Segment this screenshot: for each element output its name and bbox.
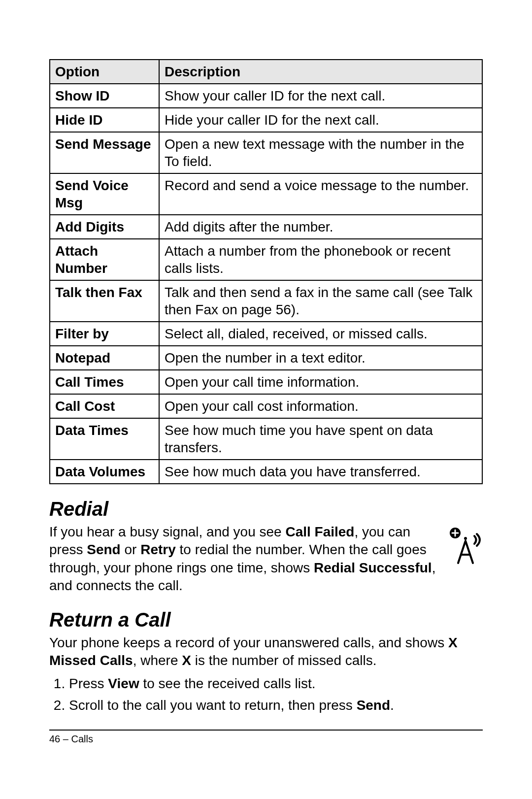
table-row: Filter bySelect all, dialed, received, o… xyxy=(50,322,482,346)
send-label: Send xyxy=(357,698,390,713)
option-cell: Filter by xyxy=(50,322,159,346)
description-cell: Add digits after the number. xyxy=(159,215,482,239)
table-row: Call TimesOpen your call time informatio… xyxy=(50,370,482,394)
description-cell: Talk and then send a fax in the same cal… xyxy=(159,280,482,322)
description-cell: Open the number in a text editor. xyxy=(159,346,482,370)
table-header-row: Option Description xyxy=(50,60,482,84)
network-feature-icon xyxy=(448,526,483,566)
option-cell: Data Times xyxy=(50,418,159,460)
description-cell: Open your call cost information. xyxy=(159,394,482,418)
option-cell: Call Cost xyxy=(50,394,159,418)
text: to see the received calls list. xyxy=(139,676,316,691)
text: Your phone keeps a record of your unansw… xyxy=(49,635,448,650)
header-description: Description xyxy=(159,60,482,84)
table-row: Send Voice MsgRecord and send a voice me… xyxy=(50,173,482,215)
options-table: Option Description Show IDShow your call… xyxy=(49,59,483,484)
option-cell: Hide ID xyxy=(50,108,159,132)
description-cell: Attach a number from the phonebook or re… xyxy=(159,239,482,280)
table-row: Data VolumesSee how much data you have t… xyxy=(50,460,482,484)
option-cell: Show ID xyxy=(50,84,159,108)
table-row: Call CostOpen your call cost information… xyxy=(50,394,482,418)
header-option: Option xyxy=(50,60,159,84)
option-cell: Send Voice Msg xyxy=(50,173,159,215)
text: Scroll to the call you want to return, t… xyxy=(69,698,357,713)
description-cell: See how much data you have transferred. xyxy=(159,460,482,484)
view-label: View xyxy=(108,676,139,691)
step-2: Scroll to the call you want to return, t… xyxy=(69,696,483,715)
return-call-heading: Return a Call xyxy=(49,609,483,631)
table-row: Add DigitsAdd digits after the number. xyxy=(50,215,482,239)
manual-page: Option Description Show IDShow your call… xyxy=(0,0,532,799)
x-label: X xyxy=(182,653,191,668)
page-footer: 46 – Calls xyxy=(49,730,483,745)
description-cell: Record and send a voice message to the n… xyxy=(159,173,482,215)
description-cell: Open your call time information. xyxy=(159,370,482,394)
description-cell: Select all, dialed, received, or missed … xyxy=(159,322,482,346)
table-row: NotepadOpen the number in a text editor. xyxy=(50,346,482,370)
table-row: Hide IDHide your caller ID for the next … xyxy=(50,108,482,132)
return-call-paragraph: Your phone keeps a record of your unansw… xyxy=(49,634,483,670)
footer-text: 46 – Calls xyxy=(49,733,93,744)
step-1: Press View to see the received calls lis… xyxy=(69,674,483,693)
table-row: Send MessageOpen a new text message with… xyxy=(50,132,482,173)
redial-heading: Redial xyxy=(49,498,483,520)
redial-paragraph: If you hear a busy signal, and you see C… xyxy=(49,523,483,595)
option-cell: Call Times xyxy=(50,370,159,394)
description-cell: See how much time you have spent on data… xyxy=(159,418,482,460)
text: . xyxy=(390,698,394,713)
description-cell: Show your caller ID for the next call. xyxy=(159,84,482,108)
text: , where xyxy=(133,653,182,668)
retry-label: Retry xyxy=(140,542,176,557)
text: If you hear a busy signal, and you see xyxy=(49,524,285,539)
table-row: Attach NumberAttach a number from the ph… xyxy=(50,239,482,280)
return-call-steps: Press View to see the received calls lis… xyxy=(49,674,483,715)
option-cell: Attach Number xyxy=(50,239,159,280)
description-cell: Open a new text message with the number … xyxy=(159,132,482,173)
option-cell: Send Message xyxy=(50,132,159,173)
svg-point-0 xyxy=(464,537,467,540)
option-cell: Notepad xyxy=(50,346,159,370)
table-row: Data TimesSee how much time you have spe… xyxy=(50,418,482,460)
redial-block: If you hear a busy signal, and you see C… xyxy=(49,523,483,595)
option-cell: Data Volumes xyxy=(50,460,159,484)
text: Press xyxy=(69,676,108,691)
text: or xyxy=(121,542,140,557)
option-cell: Add Digits xyxy=(50,215,159,239)
option-cell: Talk then Fax xyxy=(50,280,159,322)
table-row: Talk then FaxTalk and then send a fax in… xyxy=(50,280,482,322)
redial-successful-label: Redial Successful xyxy=(314,560,432,575)
send-label: Send xyxy=(87,542,120,557)
call-failed-label: Call Failed xyxy=(285,524,354,539)
description-cell: Hide your caller ID for the next call. xyxy=(159,108,482,132)
text: is the number of missed calls. xyxy=(191,653,377,668)
table-row: Show IDShow your caller ID for the next … xyxy=(50,84,482,108)
